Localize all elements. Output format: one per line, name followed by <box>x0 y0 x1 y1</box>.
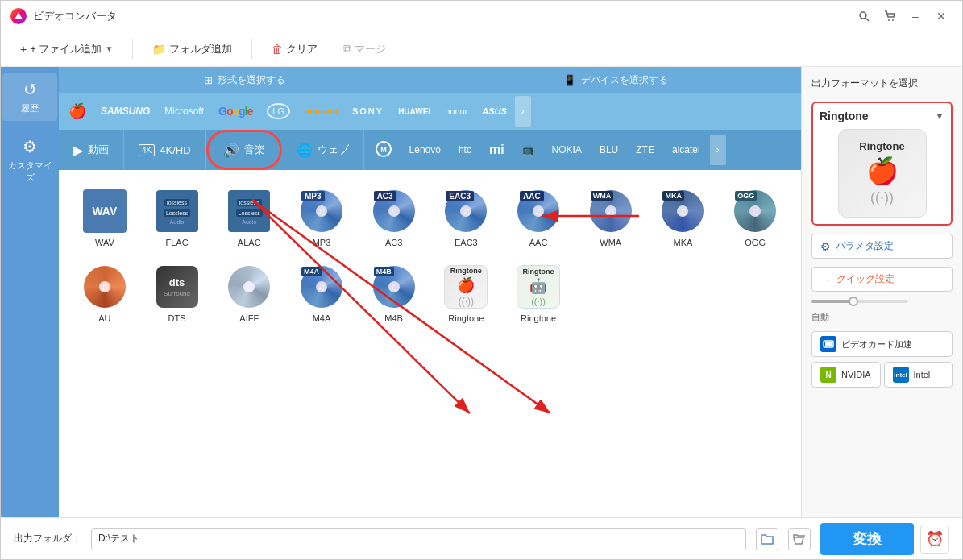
format-m4b[interactable]: ♫ M4B M4B <box>361 259 427 328</box>
alac-label: ALAC <box>238 238 261 247</box>
device-tab[interactable]: 📱 デバイスを選択する <box>430 73 801 87</box>
param-settings-button[interactable]: ⚙ パラメタ設定 <box>811 234 953 259</box>
device-honor[interactable]: honor <box>438 96 474 127</box>
format-alac[interactable]: lossless Lossless Audio ALAC <box>216 183 282 252</box>
close-button[interactable]: ✕ <box>930 7 953 25</box>
device-tv[interactable]: 📺 <box>514 141 542 159</box>
ringtone-android-waves: ((·)) <box>531 297 546 306</box>
device-sony[interactable]: SONY <box>346 96 390 127</box>
alac-badge: lossless <box>237 199 262 206</box>
eac3-label: EAC3 <box>455 238 478 247</box>
quick-settings-label: クイック設定 <box>836 272 895 286</box>
ac3-note: ♫ <box>390 205 398 218</box>
cart-icon[interactable] <box>878 5 901 27</box>
type-audio[interactable]: 🔊 音楽 <box>206 130 282 170</box>
format-dropdown-arrow[interactable]: ▼ <box>935 110 944 122</box>
format-flac[interactable]: lossless Lossless Audio FLAC <box>144 183 210 252</box>
param-icon: ⚙ <box>820 240 831 253</box>
main-area: ↺ 履歴 ⚙ カスタマイズ ⊞ 形式を選択する 📱 デバイスを選択する <box>1 67 962 517</box>
type-hd[interactable]: 4K 4K/HD <box>124 130 206 170</box>
type-row: ▶ 動画 4K 4K/HD 🔊 音楽 🌐 ウェブ <box>59 130 801 170</box>
device-microsoft[interactable]: Microsoft <box>158 96 210 127</box>
quality-slider[interactable] <box>811 300 908 303</box>
format-dts[interactable]: dts Surround DTS <box>144 259 210 328</box>
format-mka[interactable]: ♫ MKA MKA <box>650 183 716 252</box>
device-zte[interactable]: ZTE <box>628 141 662 159</box>
format-m4a[interactable]: ♫ M4A M4A <box>288 259 355 328</box>
nvidia-button[interactable]: N NVIDIA <box>811 362 881 388</box>
output-path-input[interactable] <box>91 528 746 550</box>
format-aiff[interactable]: ♫ AIFF <box>216 259 282 328</box>
format-ringtone-android[interactable]: Ringtone 🤖 ((·)) Ringtone <box>505 259 571 328</box>
type-video[interactable]: ▶ 動画 <box>59 130 124 170</box>
quick-settings-button[interactable]: → クイック設定 <box>811 267 953 292</box>
aac-badge: AAC <box>520 191 544 201</box>
format-aac[interactable]: ♫ AAC AAC <box>505 183 571 252</box>
delete-icon: 🗑 <box>272 43 283 56</box>
merge-label: マージ <box>355 42 386 56</box>
sidebar: ↺ 履歴 ⚙ カスタマイズ <box>1 67 59 517</box>
device-apple[interactable]: 🍎 <box>62 96 93 127</box>
dts-icon: dts Surround <box>156 266 198 308</box>
merge-button[interactable]: ⧉ マージ <box>337 39 392 60</box>
device-amazon[interactable]: amazon <box>298 96 344 127</box>
alac-audio: Audio <box>242 219 256 225</box>
browse-folder-button[interactable] <box>756 528 778 550</box>
search-icon[interactable] <box>853 5 875 27</box>
type-web-label: ウェブ <box>318 143 349 157</box>
device-tab-label: デバイスを選択する <box>581 73 668 87</box>
clear-button[interactable]: 🗑 クリア <box>265 39 324 60</box>
format-tab[interactable]: ⊞ 形式を選択する <box>59 73 430 87</box>
device-htc[interactable]: htc <box>450 141 479 159</box>
add-file-button[interactable]: + + ファイル追加 ▼ <box>14 39 119 60</box>
alac-icon-wrap: lossless Lossless Audio <box>226 188 272 234</box>
device-alcatel[interactable]: alcatel <box>664 141 708 159</box>
flac-badge2: Lossless <box>164 209 190 217</box>
sidebar-item-history[interactable]: ↺ 履歴 <box>2 73 57 121</box>
gpu-accel-button[interactable]: ビデオカード加速 <box>811 331 953 357</box>
app-window: ビデオコンバータ – ✕ + + ファイル追加 ▼ 📁 フォルダ追加 🗑 ク <box>0 0 963 560</box>
format-ac3[interactable]: ♫ AC3 AC3 <box>361 183 427 252</box>
au-label: AU <box>98 313 110 323</box>
format-wma[interactable]: ♫ WMA WMA <box>578 183 644 252</box>
device-row2-scroll-right[interactable]: › <box>710 135 726 165</box>
aiff-icon-wrap: ♫ <box>226 263 272 310</box>
slider-thumb[interactable] <box>849 297 858 306</box>
device-huawei[interactable]: HUAWEI <box>392 96 437 127</box>
aac-note: ♫ <box>534 205 542 218</box>
device-motorola[interactable]: M <box>367 138 400 163</box>
minimize-button[interactable]: – <box>904 7 927 25</box>
aiff-note: ♫ <box>245 281 253 293</box>
format-mp3[interactable]: ♫ MP3 MP3 <box>288 183 355 252</box>
open-folder-button[interactable] <box>788 528 811 550</box>
wma-note: ♫ <box>607 205 615 218</box>
device-lg[interactable]: LG <box>260 96 297 127</box>
alarm-button[interactable]: ⏰ <box>920 525 949 554</box>
mp3-badge: MP3 <box>301 191 325 201</box>
mka-icon-wrap: ♫ MKA <box>659 188 706 234</box>
ringtone-apple-icon: Ringtone 🍎 ((·)) <box>444 265 488 309</box>
type-web[interactable]: 🌐 ウェブ <box>282 130 364 170</box>
device-lenovo[interactable]: Lenovo <box>401 141 449 159</box>
device-google[interactable]: Google <box>212 96 259 127</box>
format-ringtone-apple[interactable]: Ringtone 🍎 ((·)) Ringtone <box>433 259 499 328</box>
format-ogg[interactable]: ♫ OGG OGG <box>722 183 788 252</box>
device-mi[interactable]: mi <box>481 139 513 160</box>
device-samsung[interactable]: SAMSUNG <box>94 96 156 127</box>
ogg-note: ♫ <box>751 205 759 218</box>
mp3-label: MP3 <box>313 238 331 247</box>
device-asus[interactable]: ASUS <box>475 96 513 127</box>
m4b-badge: M4B <box>374 267 394 276</box>
slider-fill <box>811 300 850 303</box>
format-eac3[interactable]: ♫ EAC3 EAC3 <box>433 183 499 252</box>
sidebar-item-customize[interactable]: ⚙ カスタマイズ <box>2 131 57 190</box>
device-nokia[interactable]: NOKIA <box>544 141 590 159</box>
device-row1-scroll-right[interactable]: › <box>515 96 531 127</box>
device-blu[interactable]: BLU <box>591 141 626 159</box>
add-folder-button[interactable]: 📁 フォルダ追加 <box>146 39 239 60</box>
intel-button[interactable]: intel Intel <box>884 362 953 388</box>
convert-button[interactable]: 変換 <box>820 523 914 555</box>
format-au[interactable]: ♫ AU <box>72 259 138 328</box>
format-wav[interactable]: WAV WAV <box>72 183 138 252</box>
auto-label: 自動 <box>811 311 953 323</box>
